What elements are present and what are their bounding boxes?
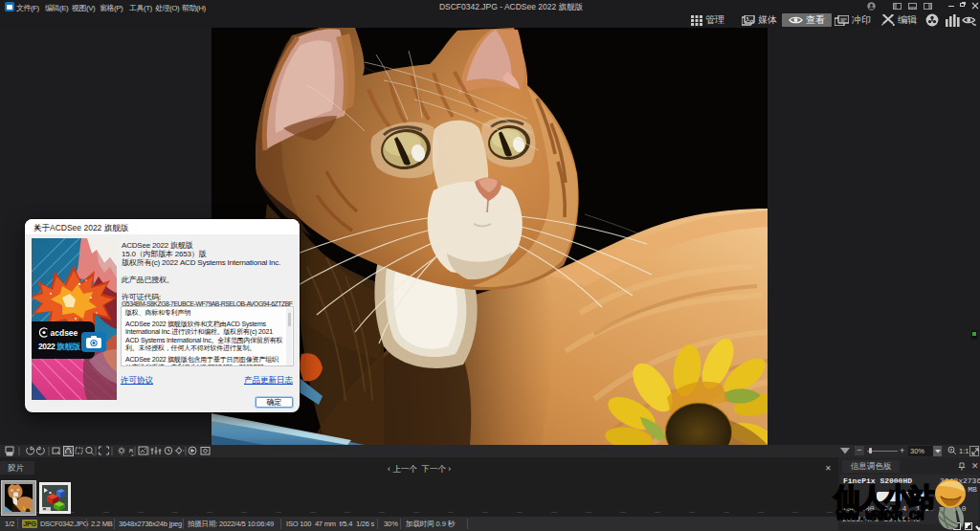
svg-text:acdsee: acdsee (51, 328, 78, 338)
